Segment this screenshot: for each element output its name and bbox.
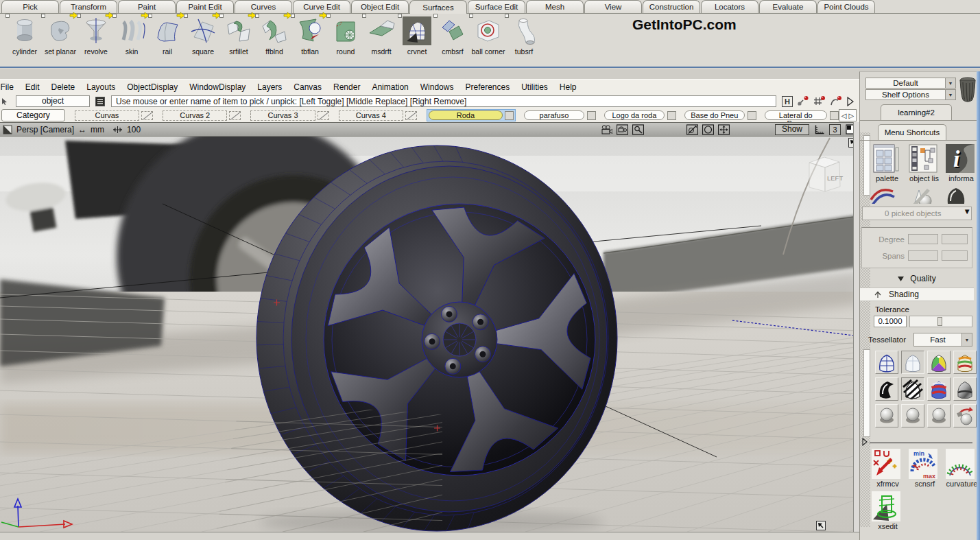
panel-tool-palette[interactable]: palette (871, 143, 903, 183)
menu-utilities[interactable]: Utilities (516, 82, 554, 92)
pan-tool-icon[interactable] (718, 124, 730, 135)
option-box[interactable] (5, 14, 10, 18)
menu-objectdisplay[interactable]: ObjectDisplay (121, 82, 184, 92)
tool-xsedit[interactable]: xsedit (871, 491, 905, 530)
tool-msdrft[interactable]: msdrft (363, 16, 399, 56)
shader-ball-icon[interactable] (927, 404, 951, 427)
clipped-tool-icon[interactable] (870, 185, 897, 204)
layer-state-icon[interactable] (141, 111, 153, 120)
tolerance-field[interactable]: 0.1000 (874, 316, 907, 327)
layer-toggle[interactable] (505, 111, 514, 120)
layer-lateral-do-pneu[interactable]: Lateral do Pneu (765, 110, 827, 120)
option-box[interactable] (77, 14, 81, 18)
shelf-tab-point-clouds[interactable]: Point Clouds (817, 0, 875, 13)
chevron-down-icon[interactable]: ▼ (945, 78, 955, 88)
shelf-options-dropdown[interactable]: Shelf Options ▼ (865, 89, 956, 100)
level-button[interactable]: 3 (829, 124, 841, 135)
shader-toggle-icon[interactable] (686, 124, 698, 135)
zebra-shade-icon[interactable] (901, 377, 924, 401)
layer-curvas[interactable]: Curvas (75, 110, 139, 121)
view-cube[interactable]: LEFT (809, 157, 843, 191)
option-box[interactable] (41, 14, 45, 18)
layer-state-icon[interactable] (318, 111, 329, 120)
tool-skin[interactable]: skin (114, 16, 150, 56)
tool-tbflan[interactable]: tbflan (292, 16, 328, 56)
viewport-canvas[interactable]: LEFT (0, 137, 859, 532)
chevron-down-icon[interactable]: ▼ (964, 207, 971, 220)
menu-layers[interactable]: Layers (252, 82, 288, 92)
layer-curvas-3[interactable]: Curvas 3 (250, 110, 315, 121)
degree-field-u[interactable] (908, 234, 938, 244)
layer-toggle[interactable] (667, 111, 676, 120)
option-box[interactable] (433, 14, 438, 18)
hotkey-button[interactable]: H (782, 96, 793, 107)
shader-ball-icon[interactable] (901, 404, 924, 427)
menu-file[interactable]: File (0, 82, 19, 92)
trash-icon[interactable] (959, 75, 977, 104)
wireframe-shade-icon[interactable] (875, 351, 898, 374)
clipped-tool-icon[interactable] (944, 185, 971, 204)
layer-logo-da-roda[interactable]: Logo da roda (604, 110, 665, 120)
layer-parafuso[interactable]: parafuso (524, 110, 584, 120)
panel-scrollbar[interactable] (863, 349, 870, 437)
option-box[interactable] (255, 14, 259, 18)
movie-camera-icon[interactable] (601, 124, 612, 135)
tab-menu-shortcuts[interactable]: Menu Shortcuts (878, 124, 946, 140)
menu-windowdisplay[interactable]: WindowDisplay (184, 82, 252, 92)
tool-srfillet[interactable]: srfillet (221, 16, 256, 56)
layer-scroll-buttons[interactable]: ◁▷ (839, 109, 857, 121)
shelf-tab-construction[interactable]: Construction (643, 0, 700, 13)
pick-object-selector[interactable]: object (16, 95, 90, 107)
menu-edit[interactable]: Edit (19, 82, 45, 92)
chevron-down-icon[interactable]: ▼ (945, 90, 955, 99)
chevron-down-icon[interactable]: ▼ (961, 333, 972, 346)
tolerance-slider[interactable] (909, 316, 972, 327)
tool-scnsrf[interactable]: minmaxscnsrf (908, 448, 942, 488)
menu-delete[interactable]: Delete (45, 82, 81, 92)
menu-help[interactable]: Help (553, 82, 582, 92)
tool-rail[interactable]: rail (150, 16, 185, 56)
option-box[interactable] (398, 14, 402, 18)
option-box[interactable] (505, 14, 509, 18)
zoom-tool-icon[interactable] (632, 124, 644, 135)
shelf-tab-surface-edit[interactable]: Surface Edit (468, 0, 525, 13)
panel-tool-informa[interactable]: iiinforma (945, 143, 977, 183)
layer-curvas-4[interactable]: Curvas 4 (339, 110, 403, 121)
quality-section-header[interactable]: Quality (860, 272, 974, 285)
spans-field-v[interactable] (942, 250, 968, 261)
tool-tubsrf[interactable]: tubsrf (506, 16, 542, 56)
circle-select-icon[interactable] (702, 124, 714, 135)
tool-set-planar[interactable]: set planar (43, 16, 78, 56)
panel-tool-object-lis[interactable]: object lis (908, 143, 940, 183)
point-snap-icon[interactable] (796, 95, 809, 107)
picked-objects-bar[interactable]: 0 picked objects ▼ (862, 207, 972, 220)
multi-stripe-icon[interactable] (953, 351, 977, 374)
tool-ball-corner[interactable]: ball corner (470, 16, 506, 56)
section-expand-icon[interactable] (861, 438, 868, 446)
tool-cmbsrf[interactable]: cmbsrf (435, 16, 470, 56)
clipped-tool-icon[interactable] (907, 185, 934, 204)
layer-base-do-pneu[interactable]: Base do Pneu (684, 110, 745, 120)
assign-shader-icon[interactable] (953, 404, 977, 427)
tab-learning[interactable]: learning#2 (881, 104, 952, 120)
shelf-tab-surfaces[interactable]: Surfaces (409, 0, 467, 14)
option-box[interactable] (362, 14, 366, 18)
tessellator-dropdown[interactable]: Fast ▼ (913, 333, 972, 347)
shelf-tab-mesh[interactable]: Mesh (526, 0, 584, 13)
viewport-menu-icon[interactable] (3, 125, 12, 134)
tool-square[interactable]: square (185, 16, 221, 56)
shader-ball-icon[interactable] (875, 404, 898, 427)
tool-revolve[interactable]: revolve (78, 16, 114, 56)
shelf-set-dropdown[interactable]: Default ▼ (865, 78, 956, 89)
tool-crvnet[interactable]: crvnet (399, 16, 435, 56)
spans-field-u[interactable] (908, 250, 938, 261)
flat-shade-icon[interactable] (901, 351, 924, 374)
tool-curvature[interactable]: curvature (945, 448, 977, 488)
shelf-tab-evaluate[interactable]: Evaluate (759, 0, 817, 13)
option-box[interactable] (326, 14, 331, 18)
shading-section-header[interactable]: Shading (860, 287, 974, 301)
layer-roda[interactable]: Roda (429, 110, 503, 120)
tool-cylinder[interactable]: cylinder (7, 16, 43, 56)
menu-animation[interactable]: Animation (366, 82, 414, 92)
scroll-right-icon[interactable]: ▷ (848, 112, 854, 119)
